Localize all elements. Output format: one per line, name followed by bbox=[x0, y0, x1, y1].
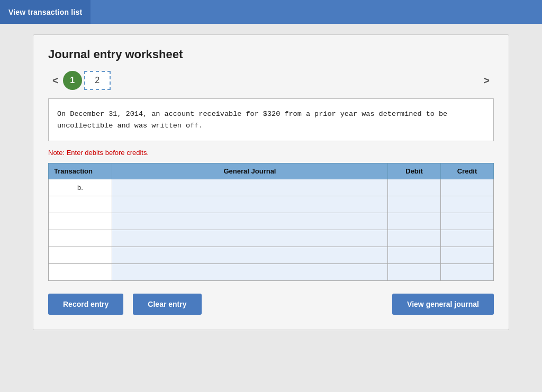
transaction-label-cell bbox=[49, 196, 112, 213]
credit-input[interactable] bbox=[441, 179, 493, 196]
col-header-general-journal: General Journal bbox=[112, 163, 388, 179]
general-journal-input-cell[interactable] bbox=[112, 213, 388, 230]
table-row bbox=[49, 196, 494, 213]
view-general-journal-button[interactable]: View general journal bbox=[392, 294, 494, 315]
table-row bbox=[49, 213, 494, 230]
general-journal-input[interactable] bbox=[112, 230, 387, 247]
table-header-row: Transaction General Journal Debit Credit bbox=[49, 163, 494, 179]
general-journal-input-cell[interactable] bbox=[112, 230, 388, 247]
general-journal-input[interactable] bbox=[112, 179, 387, 196]
credit-input[interactable] bbox=[441, 196, 493, 213]
buttons-row: Record entry Clear entry View general jo… bbox=[48, 294, 494, 315]
credit-input-cell[interactable] bbox=[441, 247, 494, 264]
journal-card: Journal entry worksheet < 1 2 > On Decem… bbox=[33, 34, 509, 330]
debit-input[interactable] bbox=[388, 230, 440, 247]
credit-input[interactable] bbox=[441, 264, 493, 280]
debit-input[interactable] bbox=[388, 179, 440, 196]
debit-input-cell[interactable] bbox=[388, 196, 441, 213]
nav-row: < 1 2 > bbox=[48, 71, 494, 90]
note-text: Note: Enter debits before credits. bbox=[48, 149, 494, 157]
main-container: Journal entry worksheet < 1 2 > On Decem… bbox=[0, 24, 542, 392]
transaction-label-cell bbox=[49, 264, 112, 281]
step2-box[interactable]: 2 bbox=[84, 71, 111, 90]
table-row bbox=[49, 264, 494, 281]
credit-input-cell[interactable] bbox=[441, 179, 494, 196]
top-bar: View transaction list bbox=[0, 0, 542, 24]
journal-table: Transaction General Journal Debit Credit… bbox=[48, 163, 494, 281]
general-journal-input-cell[interactable] bbox=[112, 247, 388, 264]
general-journal-input-cell[interactable] bbox=[112, 196, 388, 213]
credit-input-cell[interactable] bbox=[441, 230, 494, 247]
general-journal-input-cell[interactable] bbox=[112, 264, 388, 281]
transaction-label-cell: b. bbox=[49, 179, 112, 196]
credit-input[interactable] bbox=[441, 247, 493, 263]
transaction-label-cell bbox=[49, 230, 112, 247]
credit-input-cell[interactable] bbox=[441, 213, 494, 230]
debit-input[interactable] bbox=[388, 213, 440, 230]
credit-input-cell[interactable] bbox=[441, 264, 494, 281]
step1-circle[interactable]: 1 bbox=[63, 71, 82, 90]
credit-input[interactable] bbox=[441, 230, 493, 247]
nav-prev-button[interactable]: < bbox=[48, 72, 63, 89]
col-header-debit: Debit bbox=[388, 163, 441, 179]
general-journal-input[interactable] bbox=[112, 196, 387, 213]
transaction-label-cell bbox=[49, 247, 112, 264]
general-journal-input-cell[interactable] bbox=[112, 179, 388, 196]
col-header-transaction: Transaction bbox=[49, 163, 112, 179]
debit-input-cell[interactable] bbox=[388, 247, 441, 264]
credit-input-cell[interactable] bbox=[441, 196, 494, 213]
card-title: Journal entry worksheet bbox=[48, 48, 494, 61]
scenario-text: On December 31, 2014, an account receiva… bbox=[48, 98, 494, 141]
nav-next-button[interactable]: > bbox=[479, 72, 494, 89]
transaction-label-cell bbox=[49, 213, 112, 230]
table-row bbox=[49, 247, 494, 264]
general-journal-input[interactable] bbox=[112, 213, 387, 230]
credit-input[interactable] bbox=[441, 213, 493, 230]
debit-input-cell[interactable] bbox=[388, 230, 441, 247]
debit-input[interactable] bbox=[388, 247, 440, 263]
debit-input[interactable] bbox=[388, 196, 440, 213]
general-journal-input[interactable] bbox=[112, 247, 387, 263]
debit-input-cell[interactable] bbox=[388, 179, 441, 196]
debit-input-cell[interactable] bbox=[388, 264, 441, 281]
debit-input-cell[interactable] bbox=[388, 213, 441, 230]
general-journal-input[interactable] bbox=[112, 264, 387, 280]
table-row: b. bbox=[49, 179, 494, 196]
table-row bbox=[49, 230, 494, 247]
record-entry-button[interactable]: Record entry bbox=[48, 294, 123, 315]
debit-input[interactable] bbox=[388, 264, 440, 280]
clear-entry-button[interactable]: Clear entry bbox=[133, 294, 201, 315]
col-header-credit: Credit bbox=[441, 163, 494, 179]
view-transaction-button[interactable]: View transaction list bbox=[0, 0, 91, 24]
